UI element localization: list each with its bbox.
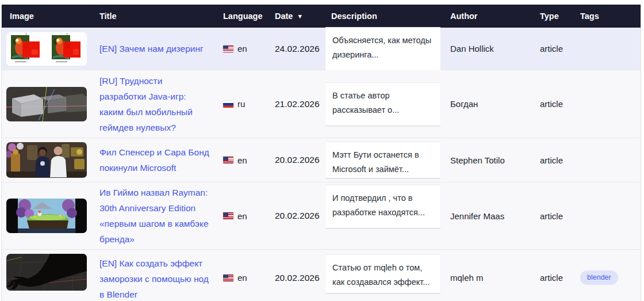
article-title-link[interactable]: Ив Гиймо назвал Rayman: 30th Anniversary…: [99, 185, 209, 247]
column-header-title[interactable]: Title: [91, 12, 215, 21]
date-value: 24.02.2026: [275, 44, 320, 54]
tags-cell: [572, 70, 641, 138]
article-title-link[interactable]: [EN] Как создать эффект заморозки с помо…: [99, 256, 209, 301]
table-row[interactable]: Фил Спенсер и Сара Бонд покинули Microso…: [2, 138, 641, 182]
date-cell: 24.02.2026: [267, 28, 323, 70]
column-header-description[interactable]: Description: [323, 12, 442, 21]
tag-pill-blender[interactable]: blender: [580, 270, 618, 285]
tags-cell: [572, 182, 641, 249]
title-cell: Фил Спенсер и Сара Бонд покинули Microso…: [91, 138, 215, 182]
language-cell: en: [215, 138, 267, 182]
type-cell: article: [532, 250, 572, 301]
column-header-image-label: Image: [10, 12, 34, 21]
description-box: Объясняется, как методы дизеринга...: [325, 27, 440, 71]
thumbnail-rayman-screenshot: [6, 199, 87, 233]
column-header-author-label: Author: [450, 12, 478, 21]
column-header-tags[interactable]: Tags: [572, 12, 641, 21]
type-cell: article: [532, 182, 572, 249]
type-value: article: [540, 155, 563, 165]
articles-table: Image Title Language Date ▼ Description …: [1, 5, 641, 301]
author-name: mqleh m: [450, 273, 484, 283]
type-value: article: [540, 99, 563, 109]
date-cell: 20.02.2026: [267, 182, 323, 249]
description-box: Статью от mqleh о том, как создавался эф…: [325, 254, 440, 294]
column-header-type[interactable]: Type: [532, 12, 572, 21]
column-header-language-label: Language: [223, 12, 262, 21]
date-value: 21.02.2026: [275, 99, 320, 109]
description-cell: В статье автор рассказывает о...: [323, 70, 442, 138]
author-cell: Dan Hollick: [442, 28, 532, 70]
title-cell: Ив Гиймо назвал Rayman: 30th Anniversary…: [91, 182, 215, 249]
author-cell: Stephen Totilo: [442, 138, 532, 182]
author-name: Stephen Totilo: [450, 155, 505, 165]
description-box: Мэтт Бути останется в Microsoft и займёт…: [325, 142, 440, 178]
article-title-link[interactable]: Фил Спенсер и Сара Бонд покинули Microso…: [99, 144, 209, 176]
language-cell: en: [215, 182, 267, 249]
language-cell: ru: [215, 70, 267, 138]
tags-cell: blender: [572, 250, 641, 301]
date-value: 20.02.2026: [275, 211, 320, 221]
language-cell: en: [215, 28, 267, 70]
date-cell: 21.02.2026: [267, 70, 323, 138]
column-header-language[interactable]: Language: [215, 12, 267, 21]
description-text: В статье автор рассказывает о...: [332, 91, 399, 115]
us-flag-icon: [223, 275, 233, 281]
description-text: Мэтт Бути останется в Microsoft и займёт…: [332, 150, 419, 174]
us-flag-icon: [223, 45, 233, 52]
author-name: Dan Hollick: [450, 44, 494, 54]
title-cell: [RU] Трудности разработки Java-игр: каки…: [91, 70, 215, 138]
language-code: en: [237, 155, 247, 165]
tags-cell: [572, 28, 641, 70]
column-header-date[interactable]: Date ▼: [267, 12, 323, 21]
author-cell: mqleh m: [442, 250, 532, 301]
thumbnail-parrots-dithering: [6, 32, 87, 66]
title-cell: [EN] Зачем нам дизеринг: [91, 28, 215, 70]
sort-desc-icon: ▼: [297, 13, 302, 20]
type-cell: article: [532, 70, 572, 138]
language-cell: en: [215, 250, 267, 301]
type-value: article: [540, 211, 563, 221]
date-cell: 20.02.2026: [267, 138, 323, 182]
description-cell: Статью от mqleh о том, как создавался эф…: [323, 250, 442, 301]
column-header-description-label: Description: [331, 12, 377, 21]
image-cell: [2, 250, 91, 301]
type-cell: article: [532, 28, 572, 70]
date-value: 20.02.2026: [275, 155, 320, 165]
type-cell: article: [532, 138, 572, 182]
tags-cell: [572, 138, 641, 182]
language-code: en: [237, 44, 247, 54]
description-cell: Объясняется, как методы дизеринга...: [323, 28, 442, 70]
column-header-date-label: Date: [275, 12, 293, 21]
author-cell: Богдан: [442, 70, 532, 138]
image-cell: [2, 70, 91, 138]
table-row[interactable]: Ив Гиймо назвал Rayman: 30th Anniversary…: [2, 182, 641, 250]
column-header-image[interactable]: Image: [2, 12, 91, 21]
article-title-link[interactable]: [EN] Зачем нам дизеринг: [99, 41, 204, 56]
column-header-title-label: Title: [99, 12, 117, 21]
column-header-author[interactable]: Author: [442, 12, 532, 21]
title-cell: [EN] Как создать эффект заморозки с помо…: [91, 250, 215, 301]
description-text: И подтвердил , что в разработке находятс…: [332, 193, 425, 217]
article-title-link[interactable]: [RU] Трудности разработки Java-игр: каки…: [99, 73, 209, 135]
date-value: 20.02.2026: [275, 273, 320, 283]
language-code: en: [237, 211, 247, 221]
description-box: В статье автор рассказывает о...: [325, 82, 440, 126]
column-header-tags-label: Tags: [580, 12, 599, 21]
table-row[interactable]: [EN] Как создать эффект заморозки с помо…: [2, 250, 641, 301]
table-row[interactable]: [RU] Трудности разработки Java-игр: каки…: [2, 70, 641, 138]
description-text: Статью от mqleh о том, как создавался эф…: [332, 263, 430, 287]
type-value: article: [540, 273, 563, 283]
description-box: И подтвердил , что в разработке находятс…: [325, 185, 440, 228]
language-code: ru: [237, 99, 245, 109]
table-row[interactable]: [EN] Зачем нам дизеринг en 24.02.2026 Об…: [2, 28, 641, 70]
author-cell: Jennifer Maas: [442, 182, 532, 249]
thumbnail-3d-cubes: [6, 87, 87, 121]
thumbnail-blender-arm-silhouette: [6, 254, 87, 291]
author-name: Богдан: [450, 99, 478, 109]
us-flag-icon: [223, 157, 233, 163]
date-cell: 20.02.2026: [267, 250, 323, 301]
image-cell: [2, 138, 91, 182]
column-header-type-label: Type: [540, 12, 559, 21]
image-cell: [2, 182, 91, 249]
image-cell: [2, 28, 91, 70]
